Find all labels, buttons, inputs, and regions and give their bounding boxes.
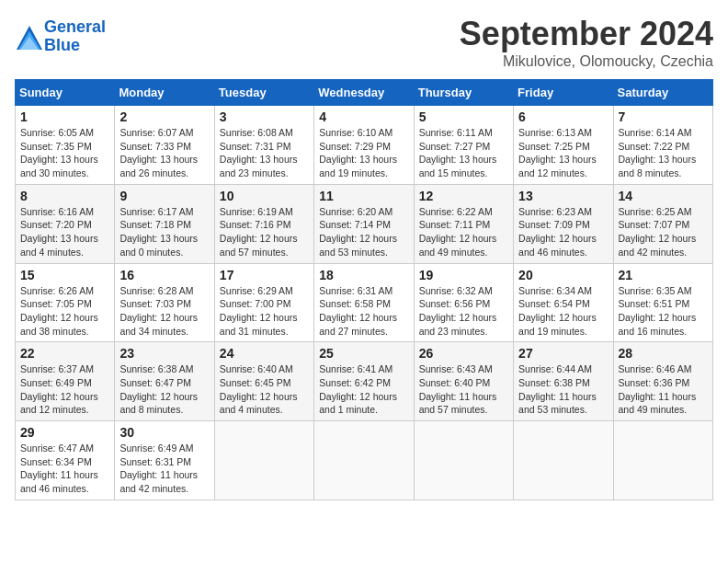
day-cell-12: 12 Sunrise: 6:22 AM Sunset: 7:11 PM Dayl… — [414, 184, 513, 263]
day-number: 3 — [220, 109, 309, 124]
day-info: Sunrise: 6:35 AM Sunset: 6:51 PM Dayligh… — [619, 284, 708, 339]
day-cell-16: 16 Sunrise: 6:28 AM Sunset: 7:03 PM Dayl… — [115, 263, 214, 342]
day-cell-15: 15 Sunrise: 6:26 AM Sunset: 7:05 PM Dayl… — [16, 263, 115, 342]
day-info: Sunrise: 6:43 AM Sunset: 6:40 PM Dayligh… — [419, 362, 508, 417]
day-info: Sunrise: 6:25 AM Sunset: 7:07 PM Dayligh… — [619, 205, 708, 259]
week-row-1: 1 Sunrise: 6:05 AM Sunset: 7:35 PM Dayli… — [16, 106, 713, 185]
day-number: 5 — [419, 109, 508, 124]
day-cell-7: 7 Sunrise: 6:14 AM Sunset: 7:22 PM Dayli… — [613, 106, 712, 185]
day-info: Sunrise: 6:28 AM Sunset: 7:03 PM Dayligh… — [119, 284, 209, 339]
day-cell-17: 17 Sunrise: 6:29 AM Sunset: 7:00 PM Dayl… — [214, 263, 313, 342]
title-block: September 2024 Mikulovice, Olomoucky, Cz… — [460, 15, 713, 70]
day-number: 18 — [319, 268, 408, 282]
day-info: Sunrise: 6:46 AM Sunset: 6:36 PM Dayligh… — [619, 362, 708, 417]
day-info: Sunrise: 6:38 AM Sunset: 6:47 PM Dayligh… — [119, 362, 209, 417]
day-cell-3: 3 Sunrise: 6:08 AM Sunset: 7:31 PM Dayli… — [214, 106, 313, 185]
day-number: 27 — [518, 346, 608, 361]
day-info: Sunrise: 6:32 AM Sunset: 6:56 PM Dayligh… — [419, 284, 508, 339]
day-cell-1: 1 Sunrise: 6:05 AM Sunset: 7:35 PM Dayli… — [16, 106, 115, 185]
day-number: 9 — [119, 189, 209, 203]
header-sunday: Sunday — [16, 80, 115, 106]
day-cell-5: 5 Sunrise: 6:11 AM Sunset: 7:27 PM Dayli… — [414, 106, 513, 185]
day-number: 25 — [319, 346, 408, 361]
week-row-2: 8 Sunrise: 6:16 AM Sunset: 7:20 PM Dayli… — [16, 184, 713, 263]
day-info: Sunrise: 6:29 AM Sunset: 7:00 PM Dayligh… — [220, 284, 309, 339]
day-info: Sunrise: 6:34 AM Sunset: 6:54 PM Dayligh… — [518, 284, 608, 339]
day-info: Sunrise: 6:08 AM Sunset: 7:31 PM Dayligh… — [220, 126, 309, 180]
day-info: Sunrise: 6:20 AM Sunset: 7:14 PM Dayligh… — [319, 205, 408, 259]
day-cell-9: 9 Sunrise: 6:17 AM Sunset: 7:18 PM Dayli… — [115, 184, 214, 263]
week-row-3: 15 Sunrise: 6:26 AM Sunset: 7:05 PM Dayl… — [16, 263, 713, 342]
day-number: 26 — [419, 346, 508, 361]
day-number: 15 — [20, 268, 109, 282]
day-number: 4 — [319, 109, 408, 124]
day-cell-21: 21 Sunrise: 6:35 AM Sunset: 6:51 PM Dayl… — [613, 263, 712, 342]
day-cell-20: 20 Sunrise: 6:34 AM Sunset: 6:54 PM Dayl… — [514, 263, 613, 342]
day-info: Sunrise: 6:11 AM Sunset: 7:27 PM Dayligh… — [419, 126, 508, 180]
day-cell-22: 22 Sunrise: 6:37 AM Sunset: 6:49 PM Dayl… — [16, 342, 115, 421]
empty-cell — [214, 421, 313, 500]
day-number: 8 — [20, 189, 109, 203]
logo: General Blue — [15, 18, 106, 55]
day-number: 23 — [119, 346, 209, 361]
header-monday: Monday — [115, 80, 214, 106]
day-info: Sunrise: 6:37 AM Sunset: 6:49 PM Dayligh… — [20, 362, 109, 417]
header-thursday: Thursday — [414, 80, 513, 106]
day-number: 2 — [119, 109, 209, 124]
empty-cell — [314, 421, 414, 500]
day-number: 7 — [619, 109, 708, 124]
day-info: Sunrise: 6:23 AM Sunset: 7:09 PM Dayligh… — [518, 205, 608, 259]
day-number: 6 — [518, 109, 608, 124]
week-row-4: 22 Sunrise: 6:37 AM Sunset: 6:49 PM Dayl… — [16, 342, 713, 421]
day-info: Sunrise: 6:13 AM Sunset: 7:25 PM Dayligh… — [518, 126, 608, 180]
day-number: 13 — [518, 189, 608, 203]
day-cell-2: 2 Sunrise: 6:07 AM Sunset: 7:33 PM Dayli… — [115, 106, 214, 185]
location: Mikulovice, Olomoucky, Czechia — [460, 53, 713, 70]
empty-cell — [514, 421, 613, 500]
header-wednesday: Wednesday — [314, 80, 414, 106]
day-number: 22 — [20, 346, 109, 361]
weekday-header-row: Sunday Monday Tuesday Wednesday Thursday… — [16, 80, 713, 106]
day-cell-19: 19 Sunrise: 6:32 AM Sunset: 6:56 PM Dayl… — [414, 263, 513, 342]
day-info: Sunrise: 6:17 AM Sunset: 7:18 PM Dayligh… — [119, 205, 209, 259]
empty-cell — [613, 421, 712, 500]
day-info: Sunrise: 6:49 AM Sunset: 6:31 PM Dayligh… — [119, 442, 209, 496]
week-row-5: 29 Sunrise: 6:47 AM Sunset: 6:34 PM Dayl… — [16, 421, 713, 500]
empty-cell — [414, 421, 513, 500]
day-info: Sunrise: 6:47 AM Sunset: 6:34 PM Dayligh… — [20, 442, 109, 496]
day-number: 30 — [119, 425, 209, 440]
header-friday: Friday — [514, 80, 613, 106]
day-cell-4: 4 Sunrise: 6:10 AM Sunset: 7:29 PM Dayli… — [314, 106, 414, 185]
day-number: 10 — [220, 189, 309, 203]
day-info: Sunrise: 6:22 AM Sunset: 7:11 PM Dayligh… — [419, 205, 508, 259]
day-number: 19 — [419, 268, 508, 282]
day-info: Sunrise: 6:40 AM Sunset: 6:45 PM Dayligh… — [220, 362, 309, 417]
day-cell-25: 25 Sunrise: 6:41 AM Sunset: 6:42 PM Dayl… — [314, 342, 414, 421]
day-cell-13: 13 Sunrise: 6:23 AM Sunset: 7:09 PM Dayl… — [514, 184, 613, 263]
day-number: 11 — [319, 189, 408, 203]
day-cell-28: 28 Sunrise: 6:46 AM Sunset: 6:36 PM Dayl… — [613, 342, 712, 421]
page-header: General Blue September 2024 Mikulovice, … — [15, 15, 713, 70]
day-cell-30: 30 Sunrise: 6:49 AM Sunset: 6:31 PM Dayl… — [115, 421, 214, 500]
day-number: 12 — [419, 189, 508, 203]
day-number: 20 — [518, 268, 608, 282]
day-number: 14 — [619, 189, 708, 203]
day-number: 1 — [20, 109, 109, 124]
header-tuesday: Tuesday — [214, 80, 313, 106]
day-number: 21 — [619, 268, 708, 282]
day-info: Sunrise: 6:16 AM Sunset: 7:20 PM Dayligh… — [20, 205, 109, 259]
day-info: Sunrise: 6:10 AM Sunset: 7:29 PM Dayligh… — [319, 126, 408, 180]
day-cell-8: 8 Sunrise: 6:16 AM Sunset: 7:20 PM Dayli… — [16, 184, 115, 263]
day-cell-18: 18 Sunrise: 6:31 AM Sunset: 6:58 PM Dayl… — [314, 263, 414, 342]
day-cell-11: 11 Sunrise: 6:20 AM Sunset: 7:14 PM Dayl… — [314, 184, 414, 263]
day-number: 28 — [619, 346, 708, 361]
day-info: Sunrise: 6:44 AM Sunset: 6:38 PM Dayligh… — [518, 362, 608, 417]
month-title: September 2024 — [460, 15, 713, 53]
day-cell-24: 24 Sunrise: 6:40 AM Sunset: 6:45 PM Dayl… — [214, 342, 313, 421]
day-cell-6: 6 Sunrise: 6:13 AM Sunset: 7:25 PM Dayli… — [514, 106, 613, 185]
day-cell-27: 27 Sunrise: 6:44 AM Sunset: 6:38 PM Dayl… — [514, 342, 613, 421]
day-number: 29 — [20, 425, 109, 440]
day-info: Sunrise: 6:07 AM Sunset: 7:33 PM Dayligh… — [119, 126, 209, 180]
day-info: Sunrise: 6:26 AM Sunset: 7:05 PM Dayligh… — [20, 284, 109, 339]
day-cell-23: 23 Sunrise: 6:38 AM Sunset: 6:47 PM Dayl… — [115, 342, 214, 421]
